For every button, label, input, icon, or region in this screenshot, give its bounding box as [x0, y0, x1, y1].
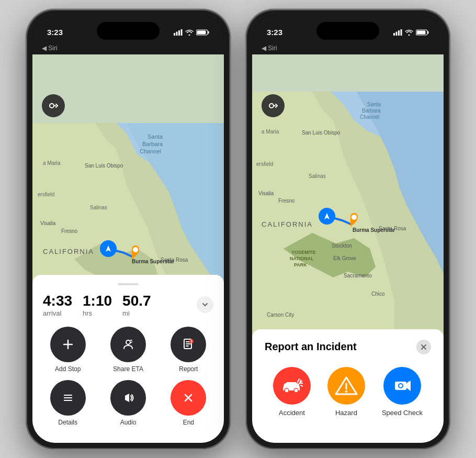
svg-text:Salinas: Salinas: [309, 173, 326, 179]
siri-bar-2: ◀ Siri: [252, 42, 444, 54]
arrival-label: arrival: [43, 309, 72, 317]
add-stop-label: Add Stop: [55, 365, 81, 373]
report-options: Accident Hazard: [265, 367, 431, 417]
phone-2: 3:23: [246, 9, 450, 449]
svg-text:Santa: Santa: [367, 102, 381, 107]
svg-text:Fresno: Fresno: [61, 228, 78, 234]
report-label: Report: [179, 365, 198, 373]
report-icon: [181, 337, 196, 352]
audio-label: Audio: [120, 419, 137, 426]
status-time-2: 3:23: [267, 28, 282, 37]
hazard-option[interactable]: Hazard: [327, 367, 365, 417]
report-header: Report an Incident: [265, 340, 431, 354]
share-eta-icon: [121, 337, 135, 352]
svg-text:PARK: PARK: [294, 262, 307, 267]
svg-text:ersfield: ersfield: [256, 161, 273, 167]
status-time-1: 3:23: [47, 28, 63, 37]
speed-check-label: Speed Check: [382, 409, 423, 417]
hazard-icon-container: [327, 367, 365, 405]
report-button[interactable]: Report: [164, 327, 213, 373]
svg-text:Santa: Santa: [148, 133, 163, 140]
plus-icon: [61, 337, 75, 352]
svg-text:Visalia: Visalia: [258, 191, 274, 196]
report-title: Report an Incident: [265, 341, 357, 353]
svg-point-26: [126, 340, 130, 344]
svg-rect-33: [401, 29, 402, 36]
status-icons-1: [174, 29, 209, 36]
hazard-icon: [335, 375, 358, 396]
svg-point-61: [352, 215, 357, 220]
add-stop-button[interactable]: Add Stop: [43, 327, 93, 373]
svg-text:Barbara: Barbara: [142, 141, 163, 147]
wifi-icon-1: [185, 29, 194, 36]
end-button[interactable]: End: [164, 380, 213, 426]
svg-text:Chico: Chico: [371, 291, 385, 297]
svg-rect-5: [208, 31, 209, 33]
svg-text:Salinas: Salinas: [90, 205, 107, 210]
duration-label: hrs: [83, 309, 112, 317]
svg-point-64: [294, 388, 298, 393]
report-circle: [171, 327, 206, 362]
svg-text:CALIFORNIA: CALIFORNIA: [43, 248, 94, 255]
duration-stat: 1:10 hrs: [83, 293, 112, 317]
svg-point-65: [345, 390, 347, 393]
svg-rect-1: [176, 31, 178, 36]
svg-rect-36: [417, 30, 426, 34]
accident-option[interactable]: Accident: [273, 367, 311, 417]
speed-check-icon-container: [383, 367, 421, 405]
svg-point-62: [269, 104, 274, 108]
svg-point-25: [50, 104, 54, 108]
hazard-label: Hazard: [335, 409, 357, 417]
audio-button[interactable]: Audio: [103, 380, 153, 426]
svg-point-24: [133, 247, 138, 252]
svg-rect-35: [428, 31, 429, 33]
share-eta-circle: [110, 327, 146, 362]
expand-button[interactable]: [197, 296, 213, 313]
dynamic-island-2: [316, 22, 379, 40]
battery-icon-1: [196, 29, 209, 36]
svg-text:Carson City: Carson City: [267, 312, 294, 318]
distance-stat: 50.7 mi: [122, 293, 151, 317]
siri-label-1: ◀ Siri: [42, 44, 58, 52]
accident-icon-container: [273, 367, 311, 405]
svg-text:Elk Grove: Elk Grove: [333, 255, 356, 261]
svg-rect-0: [174, 33, 175, 36]
speed-check-option[interactable]: Speed Check: [382, 367, 423, 417]
status-icons-2: [393, 29, 429, 36]
report-close-button[interactable]: [416, 340, 431, 354]
svg-text:Channel: Channel: [360, 114, 379, 120]
phone-screen-2: 3:23: [252, 16, 444, 443]
svg-text:Stockton: Stockton: [332, 243, 352, 249]
report-panel: Report an Incident: [252, 329, 444, 443]
action-grid: Add Stop Share ETA: [43, 327, 213, 426]
end-circle: [171, 380, 206, 416]
signal-icon-2: [393, 29, 402, 36]
svg-text:San Luis Obispo: San Luis Obispo: [302, 130, 341, 136]
svg-rect-2: [178, 30, 180, 36]
siri-label-2: ◀ Siri: [262, 44, 277, 52]
details-label: Details: [58, 419, 77, 426]
distance-label: mi: [122, 309, 151, 317]
arrival-stat: 4:33 arrival: [43, 293, 72, 317]
nav-panel-1: 4:33 arrival 1:10 hrs 50.7 mi: [32, 275, 224, 443]
svg-rect-31: [396, 31, 398, 36]
svg-text:Santa Rosa: Santa Rosa: [379, 226, 406, 231]
drag-handle-1: [118, 283, 139, 285]
end-icon: [181, 390, 196, 405]
end-label: End: [183, 419, 194, 426]
share-eta-button[interactable]: Share ETA: [103, 327, 153, 373]
back-button-1[interactable]: [42, 94, 65, 117]
back-arrow-icon-1: [47, 99, 60, 112]
siri-bar-1: ◀ Siri: [32, 42, 224, 54]
svg-text:CALIFORNIA: CALIFORNIA: [262, 220, 313, 228]
svg-point-68: [399, 384, 402, 387]
details-circle: [50, 380, 86, 416]
details-button[interactable]: Details: [43, 380, 93, 426]
back-button-2[interactable]: [262, 94, 285, 117]
close-icon: [421, 344, 427, 350]
nav-info-1: 4:33 arrival 1:10 hrs 50.7 mi: [43, 293, 213, 317]
svg-text:Barbara: Barbara: [362, 108, 381, 114]
speed-check-icon: [391, 375, 414, 396]
accident-label: Accident: [279, 409, 305, 417]
svg-rect-32: [398, 30, 400, 36]
